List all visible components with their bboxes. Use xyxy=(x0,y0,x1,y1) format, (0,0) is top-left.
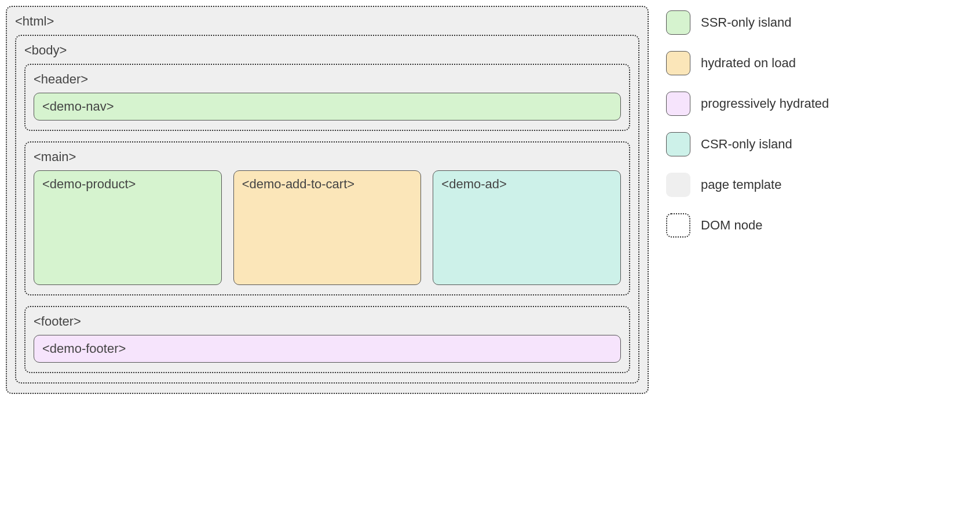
legend-label-progressive: progressively hydrated xyxy=(701,96,829,111)
legend-swatch-progressive xyxy=(666,92,690,116)
main-label: <main> xyxy=(34,149,621,165)
legend: SSR-only island hydrated on load progres… xyxy=(666,6,974,254)
legend-label-csr: CSR-only island xyxy=(701,137,792,152)
legend-swatch-hydrated xyxy=(666,51,690,75)
demo-product-island: <demo-product> xyxy=(34,170,222,285)
body-node: <body> <header> <demo-nav> <main> <demo-… xyxy=(15,35,639,384)
legend-label-hydrated: hydrated on load xyxy=(701,56,796,71)
demo-nav-island: <demo-nav> xyxy=(34,93,621,121)
header-label: <header> xyxy=(34,72,621,87)
legend-row-ssr: SSR-only island xyxy=(666,10,974,35)
main-node: <main> <demo-product> <demo-add-to-cart>… xyxy=(24,141,630,295)
demo-ad-island: <demo-ad> xyxy=(433,170,621,285)
html-node: <html> <body> <header> <demo-nav> <main>… xyxy=(6,6,649,394)
legend-swatch-template xyxy=(666,173,690,197)
legend-label-ssr: SSR-only island xyxy=(701,15,792,30)
footer-label: <footer> xyxy=(34,314,621,329)
legend-swatch-domnode xyxy=(666,213,690,238)
demo-footer-island: <demo-footer> xyxy=(34,335,621,363)
header-node: <header> <demo-nav> xyxy=(24,64,630,131)
legend-row-hydrated: hydrated on load xyxy=(666,51,974,75)
legend-row-template: page template xyxy=(666,173,974,197)
footer-node: <footer> <demo-footer> xyxy=(24,306,630,373)
legend-label-template: page template xyxy=(701,177,781,192)
legend-row-csr: CSR-only island xyxy=(666,132,974,156)
legend-swatch-csr xyxy=(666,132,690,156)
legend-row-progressive: progressively hydrated xyxy=(666,92,974,116)
legend-label-domnode: DOM node xyxy=(701,218,762,233)
demo-add-to-cart-island: <demo-add-to-cart> xyxy=(233,170,422,285)
html-label: <html> xyxy=(15,14,639,29)
legend-row-domnode: DOM node xyxy=(666,213,974,238)
legend-swatch-ssr xyxy=(666,10,690,35)
body-label: <body> xyxy=(24,43,630,58)
